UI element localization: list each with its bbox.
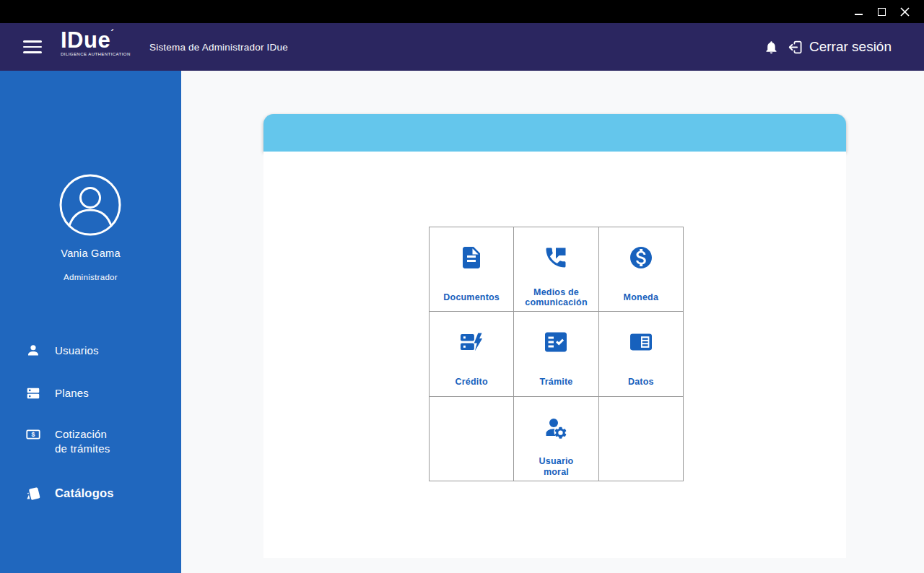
- logo-subtext: DILIGENCE AUTHENTICATION: [61, 52, 126, 56]
- main-content: Documentos Medios de comunicación Moneda: [181, 71, 924, 573]
- user-avatar-icon: [58, 173, 122, 237]
- catalog-cell-documentos[interactable]: Documentos: [430, 227, 514, 312]
- catalog-cell-medios-comunicacion[interactable]: Medios de comunicación: [514, 227, 598, 312]
- catalogs-icon: [25, 485, 42, 502]
- notifications-button[interactable]: [764, 40, 779, 55]
- catalog-cell-credito[interactable]: Crédito: [430, 312, 514, 396]
- currency-icon: [599, 245, 683, 271]
- minimize-icon: [855, 14, 863, 15]
- catalog-card: Documentos Medios de comunicación Moneda: [263, 152, 846, 558]
- cell-label: Moneda: [624, 292, 658, 302]
- cell-label: Usuario moral: [539, 456, 574, 477]
- catalog-cell-empty: [430, 397, 514, 481]
- app-logo: IDue´ DILIGENCE AUTHENTICATION: [61, 29, 126, 56]
- cell-label: Documentos: [443, 292, 500, 302]
- logout-icon: [786, 38, 804, 56]
- sidebar-item-label: Catálogos: [55, 485, 114, 500]
- catalog-cell-empty: [599, 397, 684, 481]
- cell-label: Trámite: [540, 377, 573, 387]
- credit-icon: [430, 329, 513, 355]
- catalog-cell-usuario-moral[interactable]: Usuario moral: [514, 397, 598, 481]
- catalog-cell-moneda[interactable]: Moneda: [599, 227, 684, 312]
- checklist-icon: [514, 329, 598, 355]
- sidebar-item-label: Cotización de trámites: [55, 426, 110, 456]
- window-titlebar: [0, 0, 924, 23]
- user-name: Vania Gama: [0, 248, 181, 259]
- plans-icon: [25, 385, 42, 402]
- cell-label: Medios de comunicación: [525, 287, 587, 308]
- catalog-cell-datos[interactable]: Datos: [599, 312, 684, 396]
- sidebar-item-planes[interactable]: Planes: [0, 385, 181, 402]
- logout-label: Cerrar sesión: [809, 39, 892, 55]
- close-button[interactable]: [894, 0, 915, 23]
- quote-icon: $: [25, 426, 42, 443]
- catalog-grid: Documentos Medios de comunicación Moneda: [429, 227, 684, 481]
- sidebar: Vania Gama Administrador Usuarios Planes: [0, 71, 181, 573]
- sidebar-item-cotizacion[interactable]: $ Cotización de trámites: [0, 426, 181, 456]
- cell-label: Crédito: [456, 377, 488, 387]
- maximize-icon: [878, 8, 886, 16]
- sidebar-item-label: Usuarios: [55, 342, 99, 358]
- document-icon: [430, 245, 513, 271]
- cell-label: Datos: [628, 377, 654, 387]
- sidebar-item-usuarios[interactable]: Usuarios: [0, 342, 181, 359]
- data-card-icon: [599, 329, 683, 355]
- svg-text:$: $: [32, 431, 35, 438]
- avatar: [58, 173, 122, 237]
- menu-button[interactable]: [23, 40, 42, 53]
- hamburger-icon: [23, 40, 42, 43]
- page-title: Sistema de Administrador IDue: [149, 23, 288, 71]
- catalog-banner: [263, 114, 846, 152]
- bell-icon: [764, 40, 779, 55]
- person-icon: [25, 342, 42, 359]
- minimize-button[interactable]: [847, 0, 869, 23]
- logo-accent: ´: [110, 28, 114, 40]
- logout-button[interactable]: Cerrar sesión: [786, 38, 892, 56]
- sidebar-item-catalogos[interactable]: Catálogos: [0, 485, 181, 502]
- user-settings-icon: [514, 414, 598, 440]
- phone-message-icon: [514, 245, 598, 271]
- user-role: Administrador: [0, 273, 181, 281]
- header-actions: Cerrar sesión: [764, 23, 892, 71]
- logo-text: IDue´: [61, 29, 126, 51]
- sidebar-item-label: Planes: [55, 385, 89, 401]
- catalog-cell-tramite[interactable]: Trámite: [514, 312, 598, 396]
- close-icon: [900, 7, 910, 17]
- maximize-button[interactable]: [871, 0, 892, 23]
- app-header: IDue´ DILIGENCE AUTHENTICATION Sistema d…: [0, 23, 924, 71]
